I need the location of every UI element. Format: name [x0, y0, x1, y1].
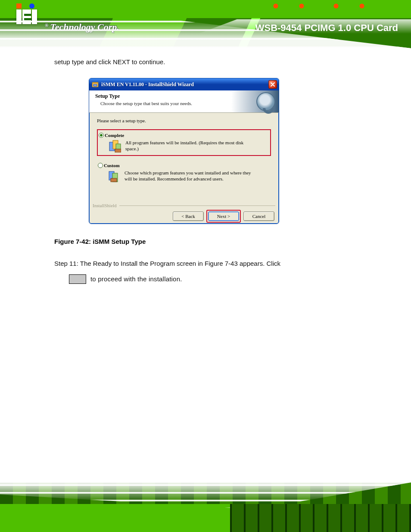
brand-name: Technology Corp.	[50, 22, 119, 32]
top-banner: ®Technology Corp. WSB-9454 PCIMG 1.0 CPU…	[0, 0, 411, 48]
radio-complete[interactable]	[99, 133, 104, 138]
header-subtitle: Choose the setup type that best suits yo…	[100, 101, 192, 106]
step-line-2: to proceed with the installation.	[69, 274, 371, 284]
next-button[interactable]: Next >	[208, 212, 239, 221]
svg-rect-1	[92, 82, 98, 84]
step-line-2-text: to proceed with the installation.	[90, 274, 182, 284]
brand-text: ®Technology Corp.	[45, 22, 119, 32]
bottom-banner	[0, 482, 411, 532]
wizard-body: Please select a setup type. Complete All…	[89, 113, 279, 185]
figure-caption: Figure 7-42: iSMM Setup Type	[54, 238, 146, 245]
installshield-brand-text: InstallShield	[93, 203, 117, 208]
installshield-brand-line: InstallShield	[93, 203, 275, 208]
step-line-1: Step 11: The Ready to Install the Progra…	[54, 258, 373, 269]
window-title: iSMM EN V1.11.00 - InstallShield Wizard	[101, 81, 268, 88]
next-button-highlight: Next >	[206, 210, 241, 223]
step-line-1-text: Step 11: The Ready to Install the Progra…	[54, 260, 280, 267]
document-title: WSB-9454 PCIMG 1.0 CPU Card	[255, 22, 398, 34]
iei-logo-icon	[16, 9, 37, 24]
installer-disc-icon	[256, 92, 275, 111]
option-complete-desc: All program features will be installed. …	[125, 140, 255, 152]
option-complete[interactable]: Complete All program features will be in…	[97, 129, 271, 156]
option-custom[interactable]: Custom Choose which program features you…	[97, 160, 271, 185]
svg-rect-6	[115, 149, 121, 152]
back-button[interactable]: < Back	[173, 212, 204, 221]
option-custom-desc: Choose which program features you want i…	[125, 170, 254, 183]
option-custom-label: Custom	[104, 163, 120, 168]
titlebar: iSMM EN V1.11.00 - InstallShield Wizard	[89, 78, 279, 90]
custom-install-icon	[108, 170, 120, 183]
svg-rect-9	[111, 178, 117, 182]
msi-package-icon	[92, 81, 99, 88]
complete-install-icon	[109, 140, 121, 152]
option-complete-label: Complete	[105, 133, 124, 138]
close-button[interactable]	[268, 80, 277, 89]
setup-prompt: Please select a setup type.	[97, 118, 271, 123]
svg-rect-2	[93, 84, 97, 86]
registered-mark: ®	[45, 22, 48, 28]
wizard-button-bar: < Back Next > Cancel	[89, 209, 279, 224]
install-button-chip	[69, 274, 86, 284]
installshield-window: iSMM EN V1.11.00 - InstallShield Wizard …	[89, 78, 279, 224]
cancel-button[interactable]: Cancel	[243, 212, 274, 221]
lead-in-text: setup type and click NEXT to continue.	[54, 57, 356, 67]
logo-accent-dots	[16, 3, 38, 9]
close-icon	[271, 82, 275, 87]
header-title: Setup Type	[95, 93, 120, 100]
radio-custom[interactable]	[98, 163, 103, 168]
logo-block	[16, 9, 37, 24]
wizard-header: Setup Type Choose the setup type that be…	[89, 90, 279, 113]
